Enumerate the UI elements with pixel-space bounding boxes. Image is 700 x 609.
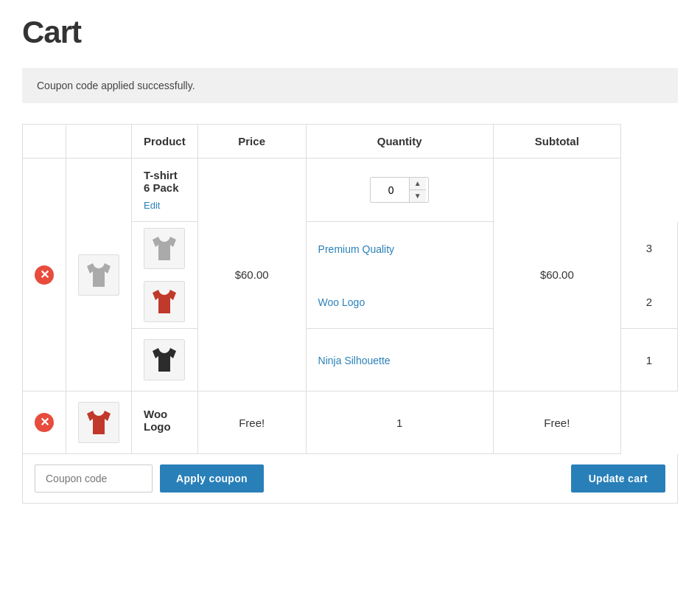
sub-product-thumbnail [144,281,185,322]
product-name: Woo Logo [144,408,186,433]
sub-product-link[interactable]: Ninja Silhouette [318,355,391,366]
coupon-input[interactable] [35,464,153,493]
table-row-row-woologo-free: ✕ Woo LogoFree!1Free! [23,392,678,454]
sub-product-link[interactable]: Woo Logo [318,296,365,308]
qty-down-button[interactable]: ▼ [410,190,426,202]
col-header-quantity: Quantity [306,125,493,159]
qty-up-button[interactable]: ▲ [410,178,426,190]
col-header-product: Product [132,125,198,159]
cart-footer: Apply coupon Update cart [22,454,678,504]
quantity-spinners: ▲ ▼ [409,178,426,202]
table-row-row-tshirt-6pack: ✕ T-shirt 6 PackEdit$60.00 ▲ ▼ $60.00 [23,159,678,222]
page-title: Cart [22,15,678,50]
update-cart-button[interactable]: Update cart [571,464,665,493]
sub-product-thumbnail [144,339,185,380]
col-header-thumb [66,125,132,159]
remove-button-row-tshirt-6pack[interactable]: ✕ [35,265,54,285]
remove-icon: ✕ [35,413,54,432]
quantity-wrapper: ▲ ▼ [370,177,429,203]
product-subtotal: Free! [493,392,620,454]
sub-product-link[interactable]: Premium Quality [318,243,394,255]
sub-product-quantity: 1 [620,329,677,392]
product-quantity: 1 [306,392,493,454]
col-header-subtotal: Subtotal [493,125,620,159]
sub-product-quantity: 2 [620,275,677,329]
product-thumbnail [78,402,119,443]
remove-button-row-woologo-free[interactable]: ✕ [35,413,54,432]
quantity-input[interactable] [374,180,409,201]
product-price: Free! [197,392,306,454]
product-thumbnail [78,254,119,296]
col-header-remove [23,125,66,159]
col-header-price: Price [197,125,306,159]
coupon-section: Apply coupon [35,464,264,493]
product-quantity: ▲ ▼ [306,159,493,222]
sub-product-quantity: 3 [620,222,677,276]
apply-coupon-button[interactable]: Apply coupon [160,464,264,493]
success-notice: Coupon code applied successfully. [22,68,678,103]
sub-product-thumbnail [144,228,185,269]
product-price: $60.00 [197,159,306,392]
cart-table: Product Price Quantity Subtotal ✕ T-shir… [22,124,678,454]
product-edit-link[interactable]: Edit [144,200,160,211]
product-name: T-shirt 6 Pack [144,169,186,194]
remove-icon: ✕ [35,265,54,285]
product-subtotal: $60.00 [493,159,620,392]
